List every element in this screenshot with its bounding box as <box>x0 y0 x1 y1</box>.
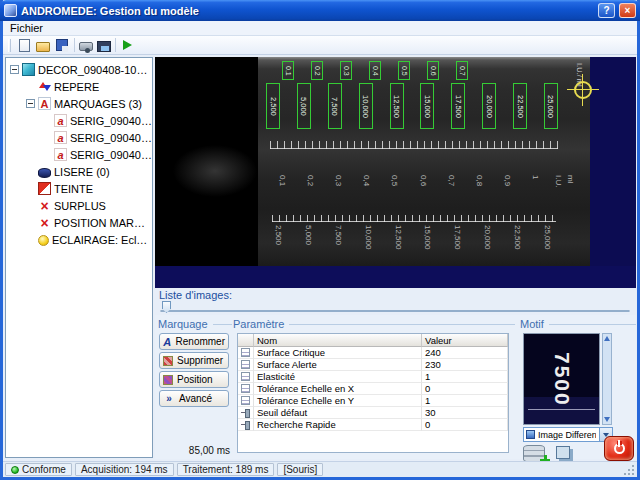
help-button[interactable]: ? <box>598 3 615 18</box>
numeric-param-icon <box>241 372 250 381</box>
detection-box: 5,000 <box>297 83 311 129</box>
numeric-param-icon <box>241 360 250 369</box>
thumbnail-scrollbar[interactable] <box>602 333 612 425</box>
menubar: Fichier <box>3 21 637 36</box>
serig-letter-icon: a <box>54 131 67 144</box>
table-row[interactable]: Tolérance Echelle en Y 1 <box>238 395 508 407</box>
tree-item-eclairage[interactable]: ECLAIRAGE: Eclairage <box>6 231 152 248</box>
menu-fichier[interactable]: Fichier <box>3 22 50 34</box>
detection-box: 22,500 <box>513 83 527 129</box>
lightbulb-icon <box>38 235 49 246</box>
scale-number: 0,2 <box>306 175 315 211</box>
slider-param-icon <box>241 408 250 417</box>
renommer-button[interactable]: A Renommer <box>159 333 229 350</box>
marquage-panel: Marquage A Renommer Supprimer Position »… <box>158 317 232 459</box>
status-acquisition: Acquisition: 194 ms <box>75 463 174 476</box>
save-icon[interactable] <box>56 39 68 51</box>
numeric-param-icon <box>241 384 250 393</box>
crosshair-marker <box>574 81 592 99</box>
viewport-margin <box>155 266 636 288</box>
motif-thumbnail: 7500 <box>523 333 600 425</box>
new-document-icon[interactable] <box>19 39 30 52</box>
resize-grip[interactable] <box>623 464 635 476</box>
tree-item-teinte[interactable]: TEINTE <box>6 180 152 197</box>
monitor-icon[interactable] <box>97 41 111 52</box>
tree-item-repere[interactable]: REPERE <box>6 78 152 95</box>
close-button[interactable]: × <box>619 3 636 18</box>
run-icon[interactable] <box>123 40 132 50</box>
table-row[interactable]: Surface Alerte 230 <box>238 359 508 371</box>
detection-box: 10,000 <box>359 83 373 129</box>
collapse-icon[interactable] <box>26 99 35 108</box>
scale-ruler-upper <box>270 141 558 149</box>
scale-number: 15,000 <box>423 225 432 265</box>
tree-item-marquages[interactable]: A MARQUAGES (3) <box>6 95 152 112</box>
toolbar <box>3 36 637 55</box>
power-icon <box>614 443 625 454</box>
slider-track[interactable] <box>160 310 630 312</box>
tree-item-position-marquage[interactable]: × POSITION MARQUAGE <box>6 214 152 231</box>
scale-number: 25,000 <box>543 225 552 265</box>
position-button[interactable]: Position <box>159 371 229 388</box>
column-header-valeur: Valeur <box>422 334 508 347</box>
camera-image-view[interactable]: 0,10,20,30,40,50,60,7 2,5005,0007,50010,… <box>155 57 636 288</box>
delete-grid-icon <box>163 356 173 366</box>
rename-letter-icon: A <box>163 336 172 348</box>
scale-number: 0,4 <box>362 175 371 211</box>
scale-number: 5,000 <box>304 225 313 265</box>
tree-item-serig-1[interactable]: a SERIG_090408-10 <box>6 112 152 129</box>
scale-number: 0,3 <box>334 175 343 211</box>
scale-number: 22,500 <box>513 225 522 265</box>
serig-letter-icon: a <box>54 114 67 127</box>
statusbar: Conforme Acquisition: 194 ms Traitement:… <box>3 461 637 477</box>
detection-box: 7,500 <box>328 83 342 129</box>
supprimer-button[interactable]: Supprimer <box>159 352 229 369</box>
status-traitement: Traitement: 189 ms <box>177 463 275 476</box>
slider-param-icon <box>241 420 250 429</box>
image-mode-dropdown[interactable]: Image Difference <box>523 427 613 442</box>
avance-button[interactable]: » Avancé <box>159 390 229 407</box>
tree-item-lisere[interactable]: LISERE (0) <box>6 163 152 180</box>
red-x-icon: × <box>38 216 51 229</box>
table-row[interactable]: Elasticité 1 <box>238 371 508 383</box>
model-tree: DECOR_090408-101146 REPERE A MARQUAGES (… <box>5 57 153 458</box>
detection-box: 0,1 <box>282 61 294 80</box>
numeric-param-icon <box>241 348 250 357</box>
motif-title: Motif <box>520 318 544 330</box>
table-row[interactable]: Surface Critique 240 <box>238 347 508 359</box>
detection-box: 0,3 <box>340 61 352 80</box>
collapse-icon[interactable] <box>10 65 19 74</box>
motif-thumbnail-number: 7500 <box>550 352 574 407</box>
power-stop-button[interactable] <box>604 436 634 461</box>
teinte-color-icon <box>38 182 51 195</box>
lisere-cylinder-icon <box>38 168 51 178</box>
scale-number: 0,1 <box>278 175 287 211</box>
toolbar-separator <box>74 38 75 52</box>
scale-number: 20,000 <box>483 225 492 265</box>
tree-item-serig-2[interactable]: a SERIG_090408-10 <box>6 129 152 146</box>
scale-numbers-small: 0,10,20,30,40,50,60,70,80,91 <box>278 175 540 211</box>
detection-box: 12,500 <box>390 83 404 129</box>
layers-button[interactable] <box>556 446 570 459</box>
position-grid-icon <box>163 375 173 385</box>
tree-item-decor[interactable]: DECOR_090408-101146 <box>6 61 152 78</box>
scale-number: 0,7 <box>447 175 456 211</box>
scale-number: 2,500 <box>274 225 283 265</box>
scale-number: 12,500 <box>394 225 403 265</box>
table-row[interactable]: Tolérance Echelle en X 0 <box>238 383 508 395</box>
scale-number: 10,000 <box>364 225 373 265</box>
tree-item-surplus[interactable]: × SURPLUS <box>6 197 152 214</box>
parametre-title: Paramètre <box>233 318 284 330</box>
parametre-table: Nom Valeur Surface Critique 240 Surface … <box>237 333 509 453</box>
table-row[interactable]: Seuil défaut 30 <box>238 407 508 419</box>
tree-item-serig-3[interactable]: a SERIG_090408-10 <box>6 146 152 163</box>
image-list-slider[interactable] <box>158 301 632 315</box>
scale-number: 0,5 <box>390 175 399 211</box>
database-add-button[interactable] <box>523 445 545 462</box>
dropdown-value: Image Difference <box>538 430 596 440</box>
open-folder-icon[interactable] <box>36 42 50 52</box>
camera-icon[interactable] <box>79 42 93 51</box>
bottom-panels: Marquage A Renommer Supprimer Position »… <box>155 315 636 459</box>
detection-box: 0,6 <box>427 61 439 80</box>
table-row[interactable]: Recherche Rapide 0 <box>238 419 508 431</box>
